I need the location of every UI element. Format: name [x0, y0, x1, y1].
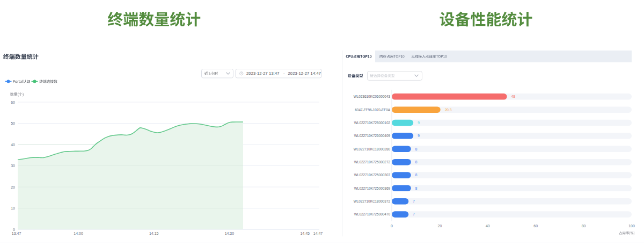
svg-text:0: 0 [13, 228, 15, 232]
svg-text:48: 48 [511, 95, 516, 98]
svg-text:2023-12-27 14:47: 2023-12-27 14:47 [288, 71, 321, 76]
svg-text:9: 9 [418, 121, 420, 125]
svg-text:WL022710K725000272: WL022710K725000272 [354, 160, 391, 164]
svg-text:100: 100 [628, 224, 635, 228]
svg-text:WL022710K725000307: WL022710K725000307 [354, 173, 391, 177]
svg-text:60: 60 [533, 224, 538, 228]
svg-text:14:45: 14:45 [300, 232, 310, 235]
svg-text:8: 8 [415, 173, 418, 177]
svg-text:30: 30 [11, 164, 15, 168]
svg-text:6047-FF96-1070-EF0A: 6047-FF96-1070-EF0A [355, 108, 390, 112]
svg-text:WL022710KC18000280: WL022710KC18000280 [354, 147, 391, 151]
svg-text:50: 50 [11, 121, 15, 125]
svg-text:14:47: 14:47 [313, 232, 323, 235]
svg-text:2023-12-27 13:47: 2023-12-27 13:47 [246, 71, 280, 76]
svg-text:WL023610KC06000043: WL023610KC06000043 [354, 95, 391, 98]
svg-text:WL022710K725000102: WL022710K725000102 [354, 121, 391, 125]
svg-text:8: 8 [415, 186, 418, 190]
svg-text:7: 7 [413, 199, 415, 203]
svg-text:0: 0 [391, 224, 393, 228]
svg-text:7: 7 [413, 212, 415, 216]
svg-text:WL022710KC18000372: WL022710KC18000372 [354, 199, 391, 203]
svg-text:80: 80 [582, 224, 586, 228]
svg-text:WL022710K725000409: WL022710K725000409 [354, 134, 391, 138]
svg-text:14:15: 14:15 [149, 232, 159, 235]
svg-text:60: 60 [11, 100, 15, 104]
svg-text:10: 10 [11, 206, 15, 210]
svg-text:14:00: 14:00 [74, 232, 83, 235]
svg-text:20: 20 [438, 224, 442, 228]
svg-text:40: 40 [11, 143, 15, 147]
svg-text:13:47: 13:47 [12, 232, 21, 235]
svg-text:14:30: 14:30 [225, 232, 235, 235]
svg-text:8: 8 [415, 147, 418, 151]
svg-text:20: 20 [11, 185, 15, 189]
svg-text:40: 40 [486, 224, 490, 228]
svg-text:8: 8 [415, 160, 418, 164]
svg-text:9: 9 [418, 134, 420, 138]
svg-text:20.3: 20.3 [445, 108, 452, 112]
svg-text:WL022710K725000369: WL022710K725000369 [354, 186, 391, 190]
svg-text:WL022710K725000470: WL022710K725000470 [354, 212, 391, 216]
